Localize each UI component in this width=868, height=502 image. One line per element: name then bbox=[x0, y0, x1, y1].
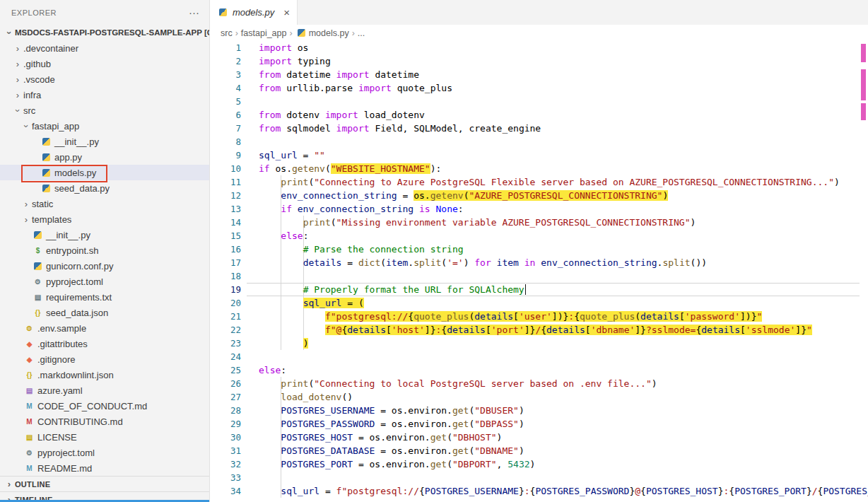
code-line-33[interactable]: 33 bbox=[210, 471, 868, 484]
code-line-8[interactable]: 8 bbox=[210, 135, 868, 148]
tab-models-py[interactable]: models.py × bbox=[210, 0, 298, 25]
tree-file-README.md[interactable]: MREADME.md bbox=[0, 460, 209, 476]
line-number: 11 bbox=[210, 175, 241, 189]
line-number: 32 bbox=[210, 457, 241, 471]
tree-file-pyproject.toml[interactable]: ⚙pyproject.toml bbox=[0, 445, 209, 460]
git-icon: ◆ bbox=[23, 340, 35, 348]
tree-file-seed_data.py[interactable]: seed_data.py bbox=[0, 180, 209, 196]
code-line-1[interactable]: 1import os bbox=[210, 41, 868, 54]
code-line-17[interactable]: 17 details = dict(item.split('=') for it… bbox=[210, 256, 868, 269]
code-line-21[interactable]: 21 f"postgresql://{quote_plus(details['u… bbox=[210, 310, 868, 323]
tree-file-gunicorn.conf.py[interactable]: gunicorn.conf.py bbox=[0, 258, 209, 274]
code-line-6[interactable]: 6from dotenv import load_dotenv bbox=[210, 108, 868, 122]
line-number: 14 bbox=[210, 216, 241, 229]
code-line-24[interactable]: 24 bbox=[210, 350, 868, 363]
tree-file-.gitignore[interactable]: ◆.gitignore bbox=[0, 351, 209, 367]
code-line-12[interactable]: 12 env_connection_string = os.getenv("AZ… bbox=[210, 189, 868, 202]
breadcrumb-label: src bbox=[221, 28, 233, 38]
tree-item-label: templates bbox=[32, 214, 71, 225]
line-number: 16 bbox=[210, 243, 241, 256]
code-line-20[interactable]: 20 sql_url = ( bbox=[210, 296, 868, 310]
line-content: env_connection_string = os.getenv("AZURE… bbox=[259, 189, 668, 202]
tree-item-label: .markdownlint.json bbox=[37, 370, 114, 380]
code-line-7[interactable]: 7from sqlmodel import Field, SQLModel, c… bbox=[210, 122, 868, 135]
breadcrumb-item-fastapi_app[interactable]: fastapi_app bbox=[241, 28, 287, 38]
code-line-27[interactable]: 27 load_dotenv() bbox=[210, 390, 868, 404]
tree-file-models.py[interactable]: models.py bbox=[0, 165, 209, 180]
breadcrumb-item-...[interactable]: ... bbox=[358, 28, 365, 38]
code-line-25[interactable]: 25else: bbox=[210, 363, 868, 377]
tree-file-__init__.py[interactable]: __init__.py bbox=[0, 134, 209, 149]
tree-file-app.py[interactable]: app.py bbox=[0, 149, 209, 165]
tree-file-__init__.py[interactable]: __init__.py bbox=[0, 227, 209, 243]
close-tab-icon[interactable]: × bbox=[283, 7, 290, 18]
code-line-31[interactable]: 31 POSTGRES_DATABASE = os.environ.get("D… bbox=[210, 444, 868, 457]
code-line-19[interactable]: 19 # Properly format the URL for SQLAlch… bbox=[210, 283, 868, 296]
line-content: POSTGRES_PORT = os.environ.get("DBPORT",… bbox=[259, 457, 535, 471]
tree-folder-.vscode[interactable]: ›.vscode bbox=[0, 71, 209, 87]
code-line-4[interactable]: 4from urllib.parse import quote_plus bbox=[210, 81, 868, 95]
breadcrumb-label: fastapi_app bbox=[241, 28, 287, 38]
tree-folder-.devcontainer[interactable]: ›.devcontainer bbox=[0, 40, 209, 56]
yaml-icon: ▤ bbox=[23, 387, 35, 395]
more-actions-icon[interactable]: ··· bbox=[189, 6, 199, 18]
code-line-15[interactable]: 15 else: bbox=[210, 229, 868, 243]
tree-folder-static[interactable]: ›static bbox=[0, 196, 209, 211]
tree-folder-templates[interactable]: ›templates bbox=[0, 211, 209, 227]
breadcrumb-item-models.py[interactable]: models.py bbox=[295, 28, 349, 38]
tree-folder-infra[interactable]: ›infra bbox=[0, 87, 209, 103]
code-line-5[interactable]: 5 bbox=[210, 95, 868, 108]
code-line-30[interactable]: 30 POSTGRES_HOST = os.environ.get("DBHOS… bbox=[210, 431, 868, 444]
tree-folder-fastapi_app[interactable]: ›fastapi_app bbox=[0, 118, 209, 134]
python-icon bbox=[40, 185, 52, 192]
code-line-2[interactable]: 2import typing bbox=[210, 54, 868, 68]
section-label: OUTLINE bbox=[15, 480, 50, 489]
code-line-28[interactable]: 28 POSTGRES_USERNAME = os.environ.get("D… bbox=[210, 404, 868, 417]
code-line-18[interactable]: 18 bbox=[210, 269, 868, 283]
section-outline[interactable]: ›OUTLINE bbox=[0, 476, 209, 491]
code-editor[interactable]: 1import os2import typing3from datetime i… bbox=[210, 41, 868, 502]
overview-ruler-mark bbox=[861, 44, 866, 62]
code-line-32[interactable]: 32 POSTGRES_PORT = os.environ.get("DBPOR… bbox=[210, 457, 868, 471]
tree-file-CODE_OF_CONDUCT.md[interactable]: MCODE_OF_CONDUCT.md bbox=[0, 398, 209, 414]
code-line-34[interactable]: 34 sql_url = f"postgresql://{POSTGRES_US… bbox=[210, 484, 868, 498]
code-line-16[interactable]: 16 # Parse the connection string bbox=[210, 243, 868, 256]
tree-folder-.github[interactable]: ›.github bbox=[0, 56, 209, 71]
code-line-3[interactable]: 3from datetime import datetime bbox=[210, 68, 868, 81]
tree-file-seed_data.json[interactable]: {}seed_data.json bbox=[0, 305, 209, 320]
tree-file-.markdownlint.json[interactable]: {}.markdownlint.json bbox=[0, 367, 209, 383]
overview-ruler-mark bbox=[861, 103, 866, 120]
line-number: 5 bbox=[210, 95, 241, 108]
tree-file-requirements.txt[interactable]: ▤requirements.txt bbox=[0, 289, 209, 305]
tree-folder-src[interactable]: ›src bbox=[0, 103, 209, 118]
line-number: 12 bbox=[210, 189, 241, 202]
breadcrumb-item-src[interactable]: src bbox=[221, 28, 233, 38]
code-line-26[interactable]: 26 print("Connecting to local PostgreSQL… bbox=[210, 377, 868, 390]
code-line-11[interactable]: 11 print("Connecting to Azure PostgreSQL… bbox=[210, 175, 868, 189]
chevron-right-icon: › bbox=[20, 199, 32, 209]
python-file-icon bbox=[217, 8, 229, 16]
tree-file-LICENSE[interactable]: ▤LICENSE bbox=[0, 429, 209, 445]
code-line-14[interactable]: 14 print("Missing environment variable A… bbox=[210, 216, 868, 229]
code-line-10[interactable]: 10if os.getenv("WEBSITE_HOSTNAME"): bbox=[210, 162, 868, 175]
code-line-9[interactable]: 9sql_url = "" bbox=[210, 148, 868, 162]
code-line-13[interactable]: 13 if env_connection_string is None: bbox=[210, 202, 868, 216]
tree-file-.gitattributes[interactable]: ◆.gitattributes bbox=[0, 336, 209, 351]
tree-item-label: README.md bbox=[37, 463, 92, 474]
code-line-22[interactable]: 22 f"@{details['host']}:{details['port']… bbox=[210, 323, 868, 337]
tree-file-.env.sample[interactable]: ⚙.env.sample bbox=[0, 320, 209, 336]
code-line-23[interactable]: 23 ) bbox=[210, 337, 868, 350]
tree-item-label: azure.yaml bbox=[37, 385, 83, 396]
tree-item-label: .devcontainer bbox=[23, 43, 78, 54]
code-line-29[interactable]: 29 POSTGRES_PASSWORD = os.environ.get("D… bbox=[210, 417, 868, 431]
tree-file-pyproject.toml[interactable]: ⚙pyproject.toml bbox=[0, 274, 209, 289]
tree-root-folder[interactable]: › MSDOCS-FASTAPI-POSTGRESQL-SAMPLE-APP [… bbox=[0, 25, 209, 40]
chevron-right-icon: › bbox=[12, 43, 23, 54]
line-content: # Properly format the URL for SQLAlchemy bbox=[259, 283, 526, 296]
tree-file-CONTRIBUTING.md[interactable]: MCONTRIBUTING.md bbox=[0, 414, 209, 429]
tree-file-azure.yaml[interactable]: ▤azure.yaml bbox=[0, 383, 209, 398]
line-number: 27 bbox=[210, 390, 241, 404]
tree-item-label: static bbox=[32, 199, 53, 209]
line-content: ) bbox=[259, 337, 308, 350]
tree-file-entrypoint.sh[interactable]: $entrypoint.sh bbox=[0, 243, 209, 258]
